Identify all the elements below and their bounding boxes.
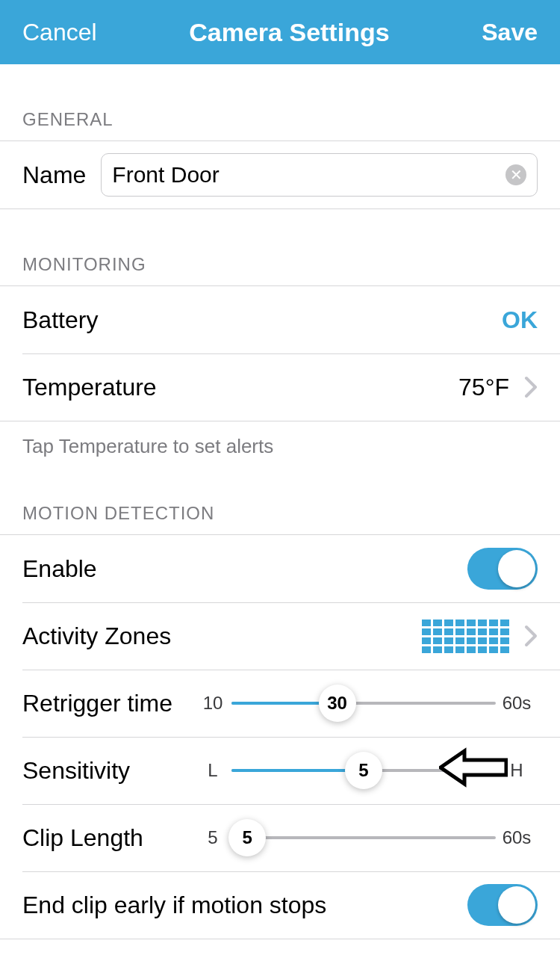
group-general: Name ✕ — [0, 140, 560, 209]
chevron-right-icon — [524, 376, 538, 398]
chevron-right-icon — [524, 625, 538, 647]
battery-label: Battery — [22, 306, 98, 334]
name-input-wrap: ✕ — [101, 153, 538, 197]
close-icon: ✕ — [510, 167, 523, 182]
clip-label: Clip Length — [22, 824, 194, 852]
sensitivity-slider[interactable]: 5 — [231, 752, 496, 789]
retrigger-label: Retrigger time — [22, 690, 194, 717]
sensitivity-min: L — [194, 760, 231, 781]
header-bar: Cancel Camera Settings Save — [0, 0, 560, 64]
clear-name-button[interactable]: ✕ — [505, 164, 526, 185]
page-title: Camera Settings — [189, 18, 389, 47]
sensitivity-label: Sensitivity — [22, 757, 194, 785]
section-header-motion: MOTION DETECTION — [0, 458, 560, 534]
clip-max: 60s — [496, 827, 538, 848]
retrigger-min: 10 — [194, 693, 231, 714]
monitoring-footer: Tap Temperature to set alerts — [0, 421, 560, 458]
enable-toggle[interactable] — [467, 548, 538, 590]
section-header-general: GENERAL — [0, 64, 560, 140]
row-battery[interactable]: Battery OK — [0, 286, 560, 353]
clip-slider[interactable]: 5 — [231, 819, 496, 856]
sensitivity-thumb[interactable]: 5 — [345, 752, 382, 789]
save-button[interactable]: Save — [482, 19, 538, 46]
group-monitoring: Battery OK Temperature 75°F — [0, 285, 560, 421]
end-early-toggle[interactable] — [467, 884, 538, 926]
cancel-button[interactable]: Cancel — [22, 19, 97, 46]
end-early-label: End clip early if motion stops — [22, 892, 326, 919]
retrigger-max: 60s — [496, 693, 538, 714]
name-label: Name — [22, 161, 86, 189]
group-motion: Enable Activity Zones Retrigger time 10 … — [0, 534, 560, 939]
temperature-label: Temperature — [22, 374, 157, 401]
zones-label: Activity Zones — [22, 622, 171, 650]
row-retrigger: Retrigger time 10 30 60s — [0, 670, 560, 737]
row-end-early: End clip early if motion stops — [0, 871, 560, 939]
retrigger-thumb[interactable]: 30 — [319, 685, 356, 722]
row-temperature[interactable]: Temperature 75°F — [0, 353, 560, 421]
retrigger-slider[interactable]: 30 — [231, 685, 496, 722]
clip-min: 5 — [194, 827, 231, 848]
clip-thumb[interactable]: 5 — [228, 819, 266, 856]
sensitivity-max: H — [496, 760, 538, 781]
section-header-monitoring: MONITORING — [0, 209, 560, 285]
row-sensitivity: Sensitivity L 5 H — [0, 737, 560, 804]
zone-grid-icon — [422, 620, 509, 653]
row-enable: Enable — [0, 535, 560, 602]
temperature-value: 75°F — [458, 374, 509, 401]
enable-label: Enable — [22, 555, 97, 583]
row-clip-length: Clip Length 5 5 60s — [0, 804, 560, 871]
row-activity-zones[interactable]: Activity Zones — [0, 602, 560, 670]
name-input[interactable] — [112, 162, 505, 188]
battery-status: OK — [502, 306, 538, 334]
row-name: Name ✕ — [0, 141, 560, 208]
